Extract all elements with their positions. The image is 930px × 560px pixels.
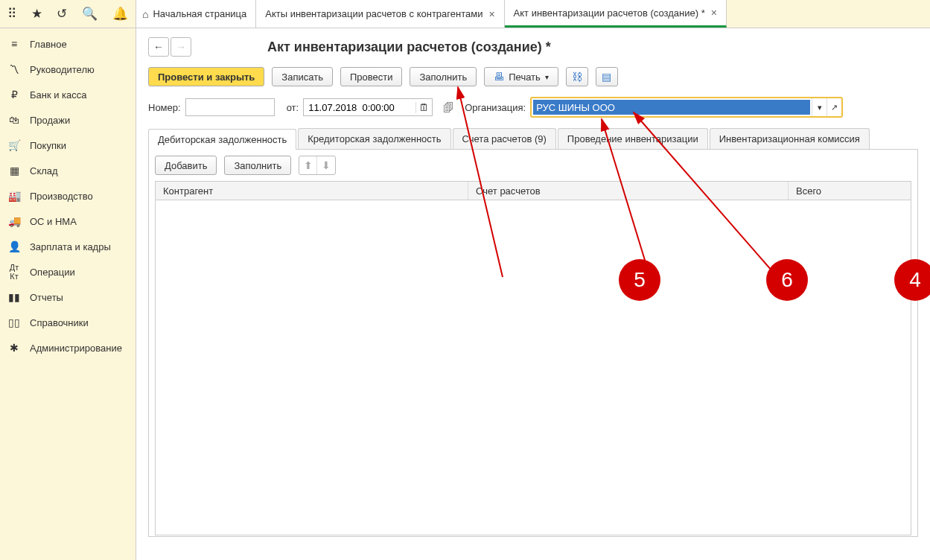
sidebar-item-label: Продажи (30, 115, 70, 126)
number-label: Номер: (148, 102, 181, 113)
back-button[interactable]: ← (148, 37, 169, 57)
star-icon[interactable]: ★ (31, 6, 42, 22)
sidebar-item-admin[interactable]: ✱Администрирование (0, 335, 136, 360)
org-label: Организация: (465, 102, 526, 113)
subtab-accounts[interactable]: Счета расчетов (9) (453, 128, 556, 149)
apps-icon[interactable]: ⠿ (7, 6, 16, 22)
link-button[interactable]: ⛓ (566, 67, 588, 86)
chart-icon: 〽 (6, 63, 22, 75)
boxes-icon: ▦ (6, 165, 22, 176)
search-icon[interactable]: 🔍 (82, 6, 98, 22)
forward-button[interactable]: → (171, 37, 191, 57)
sidebar-item-refs[interactable]: ▯▯Справочники (0, 310, 136, 335)
number-input[interactable] (185, 98, 275, 116)
sidebar-item-label: Главное (30, 39, 67, 50)
sidebar-item-label: Операции (30, 267, 75, 278)
subtab-commission[interactable]: Инвентаризационная комиссия (710, 128, 870, 149)
sidebar-item-warehouse[interactable]: ▦Склад (0, 158, 136, 183)
sidebar-item-manager[interactable]: 〽Руководителю (0, 57, 136, 82)
col-total: Всего (789, 182, 911, 200)
home-icon: ⌂ (142, 8, 148, 20)
fill-table-button[interactable]: Заполнить (224, 156, 291, 175)
fill-button[interactable]: Заполнить (410, 67, 477, 86)
move-down-button[interactable]: ⬇ (317, 156, 335, 174)
from-label: от: (287, 102, 299, 113)
move-up-button[interactable]: ⬆ (299, 156, 317, 174)
sidebar-item-production[interactable]: 🏭Производство (0, 183, 136, 209)
tab-act-create-label: Акт инвентаризации расчетов (создание) * (514, 7, 705, 19)
caret-down-icon: ▾ (545, 73, 549, 81)
col-contragent: Контрагент (156, 182, 468, 200)
sidebar-item-main[interactable]: ≡Главное (0, 31, 136, 57)
open-icon[interactable]: ↗ (827, 98, 841, 116)
write-button[interactable]: Записать (272, 67, 333, 86)
annotation-6: 6 (766, 259, 808, 301)
list-button[interactable]: ▤ (596, 67, 618, 86)
sidebar-item-salary[interactable]: 👤Зарплата и кадры (0, 234, 136, 259)
col-account: Счет расчетов (468, 182, 789, 200)
subtab-debit[interactable]: Дебиторская задолженность (148, 129, 296, 150)
books-icon: ▯▯ (6, 316, 22, 328)
print-icon: 🖶 (494, 71, 504, 83)
sidebar-item-label: Покупки (30, 140, 66, 151)
org-input[interactable]: РУС ШИНЫ ООО (533, 100, 810, 115)
history-icon[interactable]: ↺ (57, 6, 67, 22)
sidebar-item-label: Администрирование (30, 343, 122, 354)
sidebar-item-operations[interactable]: ДтКтОперации (0, 259, 136, 284)
bag-icon: 🛍 (6, 114, 22, 126)
menu-icon: ≡ (6, 38, 22, 50)
tab-acts-list-label: Акты инвентаризации расчетов с контраген… (265, 8, 482, 19)
sidebar-item-reports[interactable]: ▮▮Отчеты (0, 284, 136, 310)
sidebar-item-bank[interactable]: ₽Банк и касса (0, 82, 136, 107)
subtab-credit[interactable]: Кредиторская задолженность (298, 128, 450, 149)
close-icon[interactable]: × (711, 7, 717, 19)
bars-icon: ▮▮ (6, 291, 22, 303)
sidebar-item-label: Зарплата и кадры (30, 241, 111, 252)
post-close-button[interactable]: Провести и закрыть (148, 67, 264, 86)
tab-home-label: Начальная страница (153, 8, 246, 19)
tab-act-create[interactable]: Акт инвентаризации расчетов (создание) *… (505, 0, 727, 28)
sidebar-item-purchases[interactable]: 🛒Покупки (0, 133, 136, 158)
sidebar-item-label: ОС и НМА (30, 216, 77, 227)
post-button[interactable]: Провести (340, 67, 403, 86)
print-button[interactable]: 🖶Печать▾ (484, 67, 558, 86)
ruble-icon: ₽ (6, 89, 22, 101)
cart-icon: 🛒 (6, 139, 22, 151)
sidebar-item-label: Отчеты (30, 292, 63, 303)
sidebar-item-label: Склад (30, 165, 58, 176)
dropdown-icon[interactable]: ▾ (812, 98, 827, 116)
annotation-5: 5 (619, 259, 660, 301)
sidebar-item-label: Производство (30, 191, 93, 202)
annotation-4: 4 (894, 259, 930, 301)
page-title: Акт инвентаризации расчетов (создание) * (267, 39, 551, 55)
calendar-icon[interactable]: 🗓 (415, 102, 432, 113)
person-icon: 👤 (6, 241, 22, 252)
sidebar-item-os[interactable]: 🚚ОС и НМА (0, 209, 136, 234)
sidebar-item-label: Справочники (30, 317, 89, 328)
close-icon[interactable]: × (488, 8, 494, 20)
tab-home[interactable]: ⌂ Начальная страница (136, 0, 256, 28)
truck-icon: 🚚 (6, 215, 22, 227)
bell-icon[interactable]: 🔔 (112, 6, 128, 22)
sidebar-item-label: Руководителю (30, 64, 95, 75)
gear-icon: ✱ (6, 342, 22, 354)
sidebar-item-label: Банк и касса (30, 89, 87, 101)
factory-icon: 🏭 (6, 190, 22, 202)
add-button[interactable]: Добавить (155, 156, 217, 175)
dtkt-icon: ДтКт (6, 263, 22, 281)
tab-acts-list[interactable]: Акты инвентаризации расчетов с контраген… (256, 0, 504, 28)
subtab-inventory[interactable]: Проведение инвентаризации (558, 128, 708, 149)
table-body[interactable] (155, 200, 911, 535)
sidebar-item-sales[interactable]: 🛍Продажи (0, 107, 136, 133)
clip-icon[interactable]: 🗐 (443, 101, 454, 114)
date-input[interactable] (304, 99, 415, 115)
